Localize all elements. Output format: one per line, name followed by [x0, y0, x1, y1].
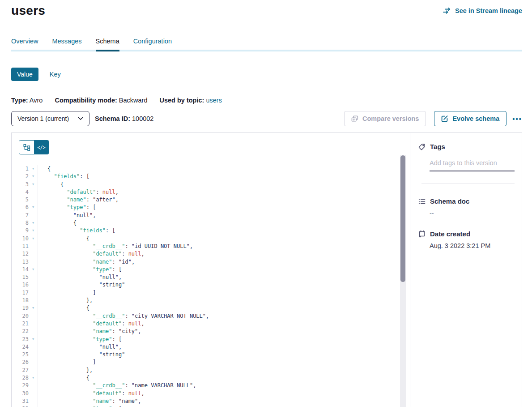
schema-panel: </> 1▼{2▼ "fields": [3▼ {4 "default": nu…: [11, 132, 522, 407]
code-line: 26 ]: [12, 359, 410, 366]
code-line: 28▼ {: [12, 374, 410, 382]
evolve-schema-button[interactable]: Evolve schema: [434, 111, 506, 126]
calendar-add-icon: [418, 230, 426, 238]
schema-page: users See in Stream lineage OverviewMess…: [0, 0, 532, 407]
code-text: "__crdb__": "id UUID NOT NULL",: [38, 243, 193, 250]
fold-arrow-icon[interactable]: ▼: [29, 173, 38, 180]
fold-arrow-icon[interactable]: ▼: [29, 181, 38, 188]
value-key-toggle: Value Key: [11, 68, 522, 81]
more-actions-button[interactable]: •••: [512, 115, 522, 123]
fold-arrow-icon[interactable]: ▼: [29, 204, 38, 211]
fold-spacer: [29, 328, 38, 335]
date-created-heading: Date created: [418, 230, 515, 238]
code-line: 25 "string": [12, 351, 410, 359]
code-line: 12 "default": null,: [12, 250, 410, 258]
fold-arrow-icon[interactable]: ▼: [29, 266, 38, 273]
line-number: 4: [12, 188, 29, 196]
fold-spacer: [29, 320, 38, 328]
code-line: 5 "name": "after",: [12, 196, 410, 204]
scrollbar-thumb[interactable]: [400, 155, 405, 282]
fold-arrow-icon[interactable]: ▼: [29, 219, 38, 227]
compare-versions-label: Compare versions: [362, 115, 419, 122]
tags-input[interactable]: [430, 159, 515, 171]
tags-heading: Tags: [418, 143, 515, 150]
code-line: 31 "name": "name",: [12, 397, 410, 405]
code-text: },: [38, 297, 93, 304]
code-text: {: [38, 219, 77, 227]
doc-list-icon: [418, 198, 426, 205]
schema-id-field: Schema ID: 100002: [95, 115, 153, 122]
code-line: 30 "default": null,: [12, 390, 410, 397]
editor-scrollbar[interactable]: [400, 155, 406, 407]
sidebar-divider: [421, 184, 515, 184]
value-tab-button[interactable]: Value: [11, 68, 38, 81]
code-line: 19▼ {: [12, 304, 410, 312]
version-select-value: Version 1 (current): [17, 115, 69, 122]
tree-view-button[interactable]: [19, 141, 34, 154]
fold-spacer: [29, 367, 38, 374]
tab-schema[interactable]: Schema: [96, 38, 119, 51]
code-text: "null",: [38, 343, 122, 351]
evolve-schema-label: Evolve schema: [452, 115, 499, 122]
line-number: 14: [12, 266, 29, 273]
type-label: Type:: [11, 97, 28, 104]
fold-arrow-icon[interactable]: ▼: [29, 304, 38, 312]
tab-messages[interactable]: Messages: [52, 38, 81, 50]
version-select[interactable]: Version 1 (current): [11, 111, 89, 126]
fold-arrow-icon[interactable]: ▼: [29, 405, 38, 407]
chevron-down-icon: [78, 117, 83, 120]
fold-spacer: [29, 196, 38, 204]
code-line: 17 ]: [12, 289, 410, 297]
code-text: "null",: [38, 273, 122, 281]
compare-versions-button[interactable]: Compare versions: [344, 111, 426, 126]
page-title: users: [11, 4, 45, 18]
date-created-value: Aug. 3 2022 3:21 PM: [430, 242, 515, 249]
tab-configuration[interactable]: Configuration: [133, 38, 172, 50]
fold-spacer: [29, 343, 38, 351]
fold-spacer: [29, 390, 38, 397]
code-text: "default": null,: [38, 390, 145, 397]
compatibility-value: Backward: [119, 97, 148, 104]
code-text: ]: [38, 289, 96, 297]
code-line: 9▼ "fields": [: [12, 227, 410, 235]
fold-spacer: [29, 351, 38, 359]
key-tab-button[interactable]: Key: [50, 71, 61, 78]
code-line: 8▼ {: [12, 219, 410, 227]
code-line: 24 "null",: [12, 343, 410, 351]
schema-id-value: 100002: [132, 115, 153, 122]
line-number: 22: [12, 328, 29, 335]
edit-icon: [441, 115, 448, 122]
line-number: 28: [12, 374, 29, 382]
code-text: "default": null,: [38, 250, 145, 258]
stream-lineage-link[interactable]: See in Stream lineage: [443, 7, 522, 14]
code-line: 29 "__crdb__": "name VARCHAR NULL",: [12, 382, 410, 389]
fold-arrow-icon[interactable]: ▼: [29, 374, 38, 382]
code-line: 10▼ {: [12, 235, 410, 243]
schema-doc-section: Schema doc --: [418, 197, 515, 217]
code-text: "type": [: [38, 204, 96, 211]
tag-icon: [418, 143, 426, 150]
fold-spacer: [29, 188, 38, 196]
code-text: {: [38, 374, 89, 382]
code-line: 20 "__crdb__": "city VARCHAR NOT NULL",: [12, 312, 410, 320]
fold-spacer: [29, 289, 38, 297]
fold-arrow-icon[interactable]: ▼: [29, 227, 38, 235]
tab-bar: OverviewMessagesSchemaConfiguration: [11, 38, 522, 51]
line-number: 18: [12, 297, 29, 304]
code-text: "type": [: [38, 336, 122, 343]
fold-spacer: [29, 250, 38, 258]
fold-spacer: [29, 359, 38, 366]
tab-overview[interactable]: Overview: [11, 38, 38, 50]
code-text: ]: [38, 359, 96, 366]
schema-doc-title: Schema doc: [430, 197, 469, 205]
code-text: "type": [: [38, 266, 122, 273]
fold-arrow-icon[interactable]: ▼: [29, 336, 38, 343]
line-number: 25: [12, 351, 29, 359]
code-text: {: [38, 165, 51, 173]
fold-arrow-icon[interactable]: ▼: [29, 235, 38, 243]
topic-link[interactable]: users: [206, 97, 221, 104]
code-view-button[interactable]: </>: [34, 141, 49, 154]
schema-doc-heading: Schema doc: [418, 197, 515, 205]
line-number: 19: [12, 304, 29, 312]
fold-arrow-icon[interactable]: ▼: [29, 165, 38, 173]
